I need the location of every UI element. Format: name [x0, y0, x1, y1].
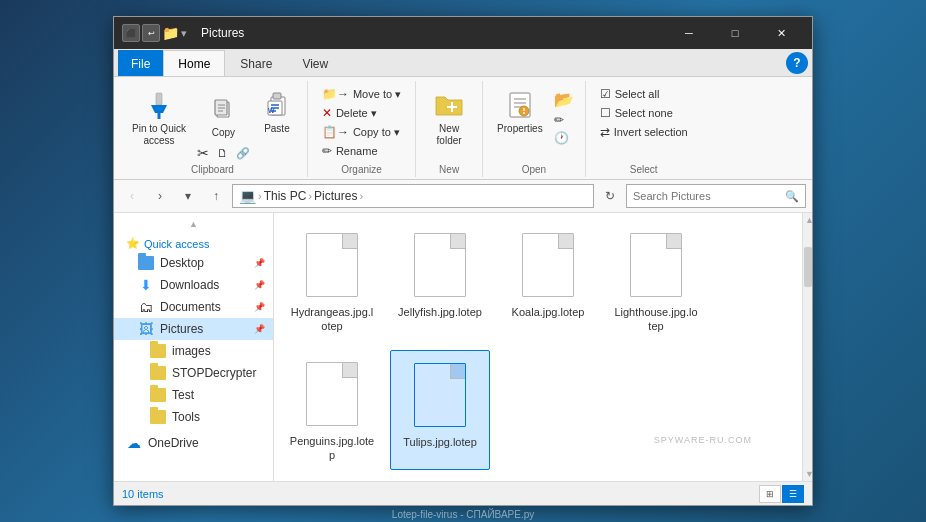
sidebar-item-onedrive[interactable]: ☁ OneDrive — [114, 432, 273, 454]
history-btn[interactable]: 🕐 — [551, 130, 577, 146]
pin-icon — [143, 89, 175, 121]
sidebar-item-downloads[interactable]: ⬇ Downloads 📌 — [114, 274, 273, 296]
title-quick-access-btn[interactable]: ⬛ — [122, 24, 140, 42]
copy-to-label: Copy to ▾ — [353, 126, 400, 139]
svg-rect-16 — [451, 102, 453, 112]
stopdecrypter-label: STOPDecrypter — [172, 366, 256, 380]
view-grid-button[interactable]: ⊞ — [759, 485, 781, 503]
new-folder-icon — [433, 89, 465, 121]
sidebar-item-images[interactable]: images — [114, 340, 273, 362]
maximize-button[interactable]: □ — [712, 17, 758, 49]
delete-label: Delete ▾ — [336, 107, 377, 120]
refresh-icon: ↻ — [605, 189, 615, 203]
close-button[interactable]: ✕ — [758, 17, 804, 49]
open-buttons: Properties 📂 ✏ 🕐 — [491, 81, 577, 162]
copy-path-button[interactable]: 🗋 — [214, 144, 231, 162]
list-icon: ☰ — [789, 489, 797, 499]
paste-label: Paste — [264, 123, 290, 134]
breadcrumb-thispc[interactable]: This PC — [264, 189, 307, 203]
tab-view[interactable]: View — [287, 50, 343, 76]
new-buttons: Newfolder — [424, 81, 474, 162]
rename-button[interactable]: ✏ Rename — [316, 142, 384, 160]
downloads-pin-indicator: 📌 — [254, 280, 265, 290]
title-undo-btn[interactable]: ↩ — [142, 24, 160, 42]
clipboard-buttons: Pin to Quickaccess — [126, 81, 299, 162]
up-button[interactable]: ↑ — [204, 184, 228, 208]
tab-home[interactable]: Home — [163, 50, 225, 76]
svg-rect-0 — [156, 93, 162, 105]
address-path[interactable]: 💻 › This PC › Pictures › — [232, 184, 594, 208]
search-input[interactable] — [633, 190, 785, 202]
invert-selection-button[interactable]: ⇄ Invert selection — [594, 123, 694, 141]
paste-shortcut-button[interactable]: 🔗 — [233, 144, 253, 162]
scroll-thumb[interactable] — [804, 247, 812, 287]
move-to-label: Move to ▾ — [353, 88, 401, 101]
tab-file[interactable]: File — [118, 50, 163, 76]
file-item-hydrangeas[interactable]: Hydrangeas.jpg.lotep — [282, 221, 382, 342]
penguins-name: Penguins.jpg.lotep — [290, 434, 374, 463]
documents-icon: 🗂 — [138, 299, 154, 315]
sidebar-item-test[interactable]: Test — [114, 384, 273, 406]
copy-to-icon: 📋→ — [322, 125, 349, 139]
help-button[interactable]: ? — [786, 52, 808, 74]
penguins-icon — [300, 358, 364, 430]
file-item-tulips[interactable]: Tulips.jpg.lotep — [390, 350, 490, 471]
minimize-button[interactable]: ─ — [666, 17, 712, 49]
paste-button[interactable]: W Paste — [255, 85, 299, 138]
title-bar-left: ⬛ ↩ 📁 ▾ Pictures — [122, 24, 666, 42]
copy-button[interactable]: Copy — [194, 89, 253, 142]
move-to-button[interactable]: 📁→ Move to ▾ — [316, 85, 407, 103]
search-icon[interactable]: 🔍 — [785, 190, 799, 203]
sidebar-item-desktop[interactable]: Desktop 📌 — [114, 252, 273, 274]
sidebar-scroll-up[interactable]: ▲ — [114, 217, 273, 231]
pin-quick-access-button[interactable]: Pin to Quickaccess — [126, 85, 192, 151]
quick-access-label: Quick access — [144, 238, 209, 250]
refresh-button[interactable]: ↻ — [598, 184, 622, 208]
sidebar-item-stopdecrypter[interactable]: STOPDecrypter — [114, 362, 273, 384]
new-folder-button[interactable]: Newfolder — [424, 85, 474, 151]
pin-label: Pin to Quickaccess — [132, 123, 186, 147]
onedrive-icon: ☁ — [126, 435, 142, 451]
hydrangeas-icon — [300, 229, 364, 301]
delete-button[interactable]: ✕ Delete ▾ — [316, 104, 383, 122]
scrollbar[interactable]: ▲ ▼ — [802, 213, 812, 481]
recent-locations-button[interactable]: ▾ — [176, 184, 200, 208]
sidebar-item-tools[interactable]: Tools — [114, 406, 273, 428]
breadcrumb-pictures[interactable]: Pictures — [314, 189, 357, 203]
history-icon: 🕐 — [554, 131, 569, 145]
pictures-label: Pictures — [160, 322, 203, 336]
select-all-button[interactable]: ☑ Select all — [594, 85, 666, 103]
move-to-icon: 📁→ — [322, 87, 349, 101]
onedrive-label: OneDrive — [148, 436, 199, 450]
file-item-jellyfish[interactable]: Jellyfish.jpg.lotep — [390, 221, 490, 342]
back-button[interactable]: ‹ — [120, 184, 144, 208]
view-buttons: ⊞ ☰ — [759, 485, 804, 503]
file-item-koala[interactable]: Koala.jpg.lotep — [498, 221, 598, 342]
cut-button[interactable]: ✂ — [194, 144, 212, 162]
invert-selection-label: Invert selection — [614, 126, 688, 138]
view-list-button[interactable]: ☰ — [782, 485, 804, 503]
properties-button[interactable]: Properties — [491, 85, 549, 138]
edit-btn[interactable]: ✏ — [551, 112, 577, 128]
pictures-icon: 🖼 — [138, 321, 154, 337]
tab-share[interactable]: Share — [225, 50, 287, 76]
new-folder-label: Newfolder — [437, 123, 462, 147]
open-btn[interactable]: 📂 — [551, 89, 577, 110]
item-count: 10 items — [122, 488, 759, 500]
forward-button[interactable]: › — [148, 184, 172, 208]
file-content-wrapper: Hydrangeas.jpg.lotep Jellyfish.jpg.lotep… — [274, 213, 812, 481]
title-dropdown-arrow[interactable]: ▾ — [181, 27, 187, 40]
quick-access-group[interactable]: ⭐ Quick access — [114, 231, 273, 252]
ribbon-group-new: Newfolder New — [416, 81, 483, 177]
breadcrumb: 💻 › This PC › Pictures › — [239, 188, 363, 204]
file-item-penguins[interactable]: Penguins.jpg.lotep — [282, 350, 382, 471]
tulips-icon — [408, 359, 472, 431]
tulips-name: Tulips.jpg.lotep — [403, 435, 477, 449]
address-bar: ‹ › ▾ ↑ 💻 › This PC › Pictures › ↻ 🔍 — [114, 180, 812, 213]
select-none-button[interactable]: ☐ Select none — [594, 104, 679, 122]
copy-to-button[interactable]: 📋→ Copy to ▾ — [316, 123, 406, 141]
file-item-lighthouse[interactable]: Lighthouse.jpg.lotep — [606, 221, 706, 342]
sidebar-item-pictures[interactable]: 🖼 Pictures 📌 — [114, 318, 273, 340]
jellyfish-name: Jellyfish.jpg.lotep — [398, 305, 482, 319]
sidebar-item-documents[interactable]: 🗂 Documents 📌 — [114, 296, 273, 318]
